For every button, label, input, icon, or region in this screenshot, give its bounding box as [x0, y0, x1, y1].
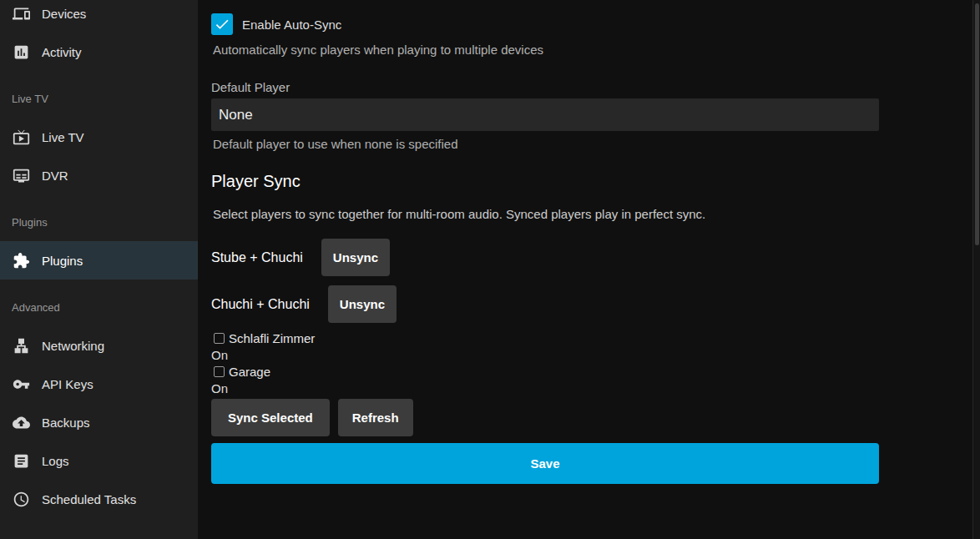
sidebar-item-label: Networking [42, 339, 104, 353]
sidebar-section-plugins: Plugins [0, 203, 198, 241]
sidebar-item-label: DVR [42, 169, 68, 183]
sidebar-item-backups[interactable]: Backups [0, 403, 198, 441]
sync-group-name: Stube + Chuchi [211, 250, 303, 265]
clock-icon [11, 489, 31, 509]
sidebar-item-label: Backups [42, 416, 90, 430]
default-player-label: Default Player [211, 80, 879, 94]
sidebar-item-live-tv[interactable]: Live TV [0, 118, 198, 156]
auto-sync-help: Automatically sync players when playing … [213, 43, 879, 57]
auto-sync-checkbox-row[interactable]: Enable Auto-Sync [211, 13, 879, 35]
sidebar-item-api-keys[interactable]: API Keys [0, 365, 198, 403]
live-tv-icon [11, 127, 31, 147]
player-name: Garage [229, 365, 270, 379]
backups-icon [11, 412, 31, 432]
sidebar-item-activity[interactable]: Activity [0, 33, 198, 71]
player-checkbox-row[interactable]: Schlafli Zimmer [211, 330, 879, 346]
default-player-select[interactable]: None [211, 98, 879, 131]
player-checkbox[interactable] [214, 333, 225, 344]
auto-sync-label: Enable Auto-Sync [242, 18, 341, 32]
sync-actions-row: Sync Selected Refresh [211, 399, 879, 436]
player-status: On [211, 380, 879, 396]
vertical-scrollbar[interactable] [972, 0, 980, 539]
unsync-button[interactable]: Unsync [321, 239, 390, 276]
sidebar-scroll-area: Devices Activity Live TV Live TV DVR [0, 0, 198, 518]
player-checkbox-row[interactable]: Garage [211, 363, 879, 380]
refresh-button[interactable]: Refresh [338, 399, 413, 436]
player-list: Schlafli Zimmer On Garage On [211, 330, 879, 396]
sidebar-item-devices[interactable]: Devices [0, 0, 198, 33]
auto-sync-checkbox[interactable] [211, 13, 233, 35]
player-sync-title: Player Sync [211, 172, 879, 191]
plugins-icon [11, 250, 31, 270]
sidebar-section-advanced: Advanced [0, 288, 198, 326]
logs-icon [11, 451, 31, 471]
sync-group-row: Chuchi + Chuchi Unsync [211, 285, 879, 323]
dvr-icon [11, 165, 31, 185]
player-checkbox[interactable] [214, 366, 225, 377]
checkmark-icon [214, 16, 230, 33]
save-button[interactable]: Save [211, 443, 879, 484]
sidebar-item-networking[interactable]: Networking [0, 326, 198, 365]
plugin-settings-form: Enable Auto-Sync Automatically sync play… [211, 13, 879, 484]
sidebar-item-plugins[interactable]: Plugins [0, 241, 198, 280]
app-window: Devices Activity Live TV Live TV DVR [0, 0, 980, 539]
sidebar-item-label: Scheduled Tasks [42, 492, 136, 506]
unsync-button[interactable]: Unsync [328, 285, 397, 323]
player-sync-description: Select players to sync together for mult… [213, 207, 879, 221]
sidebar-item-scheduled-tasks[interactable]: Scheduled Tasks [0, 480, 198, 518]
main-content: Enable Auto-Sync Automatically sync play… [198, 0, 972, 539]
sidebar-item-label: Logs [42, 454, 69, 468]
activity-icon [11, 42, 31, 62]
sync-selected-button[interactable]: Sync Selected [211, 399, 330, 436]
sidebar-item-label: Plugins [42, 254, 83, 268]
key-icon [11, 374, 31, 394]
player-status: On [211, 346, 879, 363]
sidebar-item-label: Live TV [42, 130, 84, 144]
scrollbar-thumb[interactable] [975, 3, 979, 245]
default-player-help: Default player to use when none is speci… [213, 137, 879, 151]
sidebar-item-label: API Keys [42, 377, 93, 391]
sidebar-item-logs[interactable]: Logs [0, 441, 198, 480]
networking-icon [11, 335, 31, 355]
sidebar-item-dvr[interactable]: DVR [0, 156, 198, 194]
devices-icon [11, 3, 31, 23]
sync-group-name: Chuchi + Chuchi [211, 297, 310, 312]
sidebar: Devices Activity Live TV Live TV DVR [0, 0, 198, 539]
sidebar-item-label: Devices [42, 7, 86, 21]
sidebar-item-label: Activity [42, 45, 82, 59]
default-player-value: None [219, 107, 253, 123]
sidebar-section-live-tv: Live TV [0, 79, 198, 118]
player-name: Schlafli Zimmer [229, 331, 315, 345]
sync-group-row: Stube + Chuchi Unsync [211, 239, 879, 276]
